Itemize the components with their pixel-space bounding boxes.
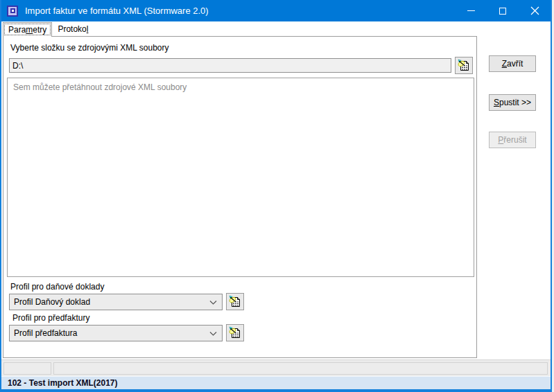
window-controls bbox=[455, 0, 551, 21]
close-icon bbox=[530, 6, 539, 15]
profile-document-icon bbox=[228, 326, 242, 340]
source-folder-input[interactable] bbox=[9, 58, 451, 73]
minimize-icon bbox=[467, 10, 475, 11]
profile-tax-combobox[interactable]: Profil Daňový doklad bbox=[9, 294, 223, 310]
tab-strip: Parametry Protokol bbox=[3, 22, 94, 36]
tab-protokol[interactable]: Protokol bbox=[52, 24, 94, 35]
status-segment-left bbox=[3, 362, 51, 375]
profile-tax-label: Profil pro daňové doklady bbox=[10, 282, 104, 292]
window: Import faktur ve formátu XML (Stormware … bbox=[0, 0, 552, 392]
chevron-down-icon bbox=[209, 332, 217, 336]
profile-document-icon bbox=[457, 59, 471, 73]
profile-document-icon bbox=[228, 295, 242, 309]
footer-bar: 102 - Test import XML(2017) bbox=[1, 376, 551, 389]
chevron-down-icon bbox=[209, 301, 217, 305]
abort-button: Přerušit bbox=[489, 132, 536, 148]
close-dialog-button[interactable]: Zavřít bbox=[489, 55, 536, 72]
minimize-button[interactable] bbox=[455, 0, 487, 21]
maximize-button[interactable] bbox=[487, 0, 519, 21]
xml-drop-area[interactable]: Sem můžete přetáhnout zdrojové XML soubo… bbox=[7, 78, 474, 277]
app-icon bbox=[7, 6, 18, 17]
maximize-icon bbox=[499, 8, 506, 15]
browse-profile-tax-button[interactable] bbox=[226, 293, 244, 310]
status-segment-main bbox=[53, 362, 548, 375]
footer-agenda-text: 102 - Test import XML(2017) bbox=[8, 378, 117, 388]
profile-proforma-label: Profil pro předfaktury bbox=[12, 313, 89, 323]
drop-area-hint: Sem můžete přetáhnout zdrojové XML soubo… bbox=[13, 82, 187, 92]
browse-profile-proforma-button[interactable] bbox=[226, 324, 244, 341]
run-import-button[interactable]: Spustit >> bbox=[489, 94, 536, 111]
tab-parametry[interactable]: Parametry bbox=[3, 22, 52, 37]
profile-proforma-value: Profil předfaktura bbox=[14, 328, 77, 338]
browse-folder-button[interactable] bbox=[455, 57, 473, 74]
source-folder-label: Vyberte složku se zdrojovými XML soubory bbox=[10, 43, 169, 53]
tab-page-parametry: Vyberte složku se zdrojovými XML soubory… bbox=[3, 36, 477, 358]
title-bar: Import faktur ve formátu XML (Stormware … bbox=[1, 0, 551, 21]
profile-proforma-combobox[interactable]: Profil předfaktura bbox=[9, 325, 223, 341]
profile-tax-value: Profil Daňový doklad bbox=[14, 297, 90, 307]
status-bar bbox=[1, 359, 551, 376]
close-button[interactable] bbox=[519, 0, 551, 21]
window-title: Import faktur ve formátu XML (Stormware … bbox=[25, 6, 209, 16]
